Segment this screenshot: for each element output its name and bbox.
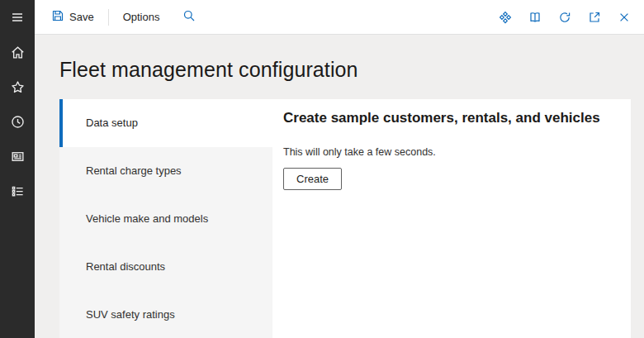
tab-rental-charge-types[interactable]: Rental charge types — [59, 147, 272, 195]
tab-content-panel: Create sample customers, rentals, and ve… — [272, 99, 631, 338]
content-description: This will only take a few seconds. — [283, 146, 614, 158]
left-nav-rail — [0, 0, 35, 338]
command-bar: Save Options — [35, 0, 644, 35]
refresh-icon[interactable] — [553, 6, 576, 29]
options-menu-label: Options — [123, 11, 160, 23]
content-heading: Create sample customers, rentals, and ve… — [283, 110, 614, 126]
close-icon[interactable] — [613, 6, 636, 29]
topbar-right-icons — [494, 6, 644, 29]
search-icon — [182, 9, 196, 25]
recent-clock-icon[interactable] — [0, 104, 35, 139]
page-title: Fleet management configuration — [59, 58, 358, 82]
task-flows-icon[interactable] — [494, 6, 517, 29]
modules-icon[interactable] — [0, 174, 35, 208]
tab-rental-discounts[interactable]: Rental discounts — [59, 242, 272, 290]
create-button[interactable]: Create — [283, 168, 342, 190]
open-new-window-icon[interactable] — [583, 6, 606, 29]
home-icon[interactable] — [0, 35, 35, 69]
hamburger-menu-icon[interactable] — [0, 0, 35, 35]
configuration-card: Data setup Rental charge types Vehicle m… — [59, 99, 631, 338]
tab-vehicle-make-and-models[interactable]: Vehicle make and models — [59, 195, 272, 243]
search-button[interactable] — [179, 0, 199, 35]
tab-suv-safety-ratings[interactable]: SUV safety ratings — [59, 290, 272, 338]
mobile-companion-icon[interactable] — [523, 6, 547, 29]
main-area: Fleet management configuration Data setu… — [35, 35, 644, 338]
save-button-label: Save — [69, 11, 94, 23]
workspaces-icon[interactable] — [0, 139, 35, 174]
commandbar-divider — [108, 9, 109, 26]
save-icon — [51, 9, 64, 25]
vertical-tab-list: Data setup Rental charge types Vehicle m… — [59, 99, 272, 338]
options-menu-button[interactable]: Options — [120, 0, 163, 35]
save-button[interactable]: Save — [48, 0, 97, 35]
tab-data-setup[interactable]: Data setup — [59, 99, 272, 147]
favorites-star-icon[interactable] — [0, 69, 35, 104]
